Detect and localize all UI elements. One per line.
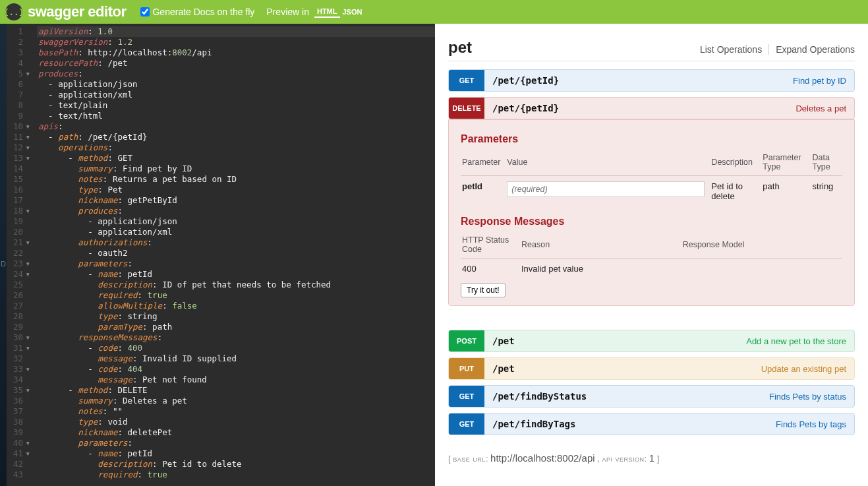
parameters-heading: Parameters bbox=[461, 133, 842, 145]
operation-path: /pet/{petId} bbox=[492, 75, 793, 86]
background-letter: D bbox=[1, 260, 6, 268]
method-badge: GET bbox=[449, 413, 484, 435]
operation-row-get[interactable]: GET/pet/findByStatusFinds Pets by status bbox=[448, 385, 855, 408]
operation-summary: Update an existing pet bbox=[761, 364, 854, 374]
operation-path: /pet/{petId} bbox=[492, 103, 796, 113]
app-title: swagger editor bbox=[28, 3, 126, 20]
operation-path: /pet bbox=[492, 363, 761, 374]
operation-summary: Deletes a pet bbox=[796, 104, 854, 113]
responses-table: HTTP Status CodeReasonResponse Model400I… bbox=[461, 233, 842, 279]
generate-docs-toggle[interactable]: Generate Docs on the fly bbox=[140, 7, 254, 17]
expand-operations-link[interactable]: Expand Operations bbox=[776, 44, 855, 55]
preview-in-label: Preview in bbox=[266, 7, 309, 17]
format-tab-html[interactable]: HTML bbox=[314, 6, 340, 18]
topbar: {..} swagger editor Generate Docs on the… bbox=[0, 0, 868, 24]
divider bbox=[768, 44, 769, 55]
operation-path: /pet bbox=[492, 336, 746, 346]
method-badge: GET bbox=[449, 386, 484, 407]
method-badge: GET bbox=[449, 70, 484, 91]
yaml-editor[interactable]: 1 2 3 4 5▾6 7 8 9 10▾11▾12▾13▾14 15 16 1… bbox=[0, 24, 435, 486]
table-row: petIdPet id to deletepathstring bbox=[461, 176, 842, 207]
format-tab-json[interactable]: JSON bbox=[340, 7, 365, 17]
try-it-button[interactable]: Try it out! bbox=[461, 283, 506, 297]
footer-meta: [ base url: http://localhost:8002/api , … bbox=[448, 452, 855, 464]
format-tabs: HTML JSON bbox=[314, 6, 365, 18]
resource-name[interactable]: pet bbox=[448, 38, 472, 57]
operation-row-post[interactable]: POST/petAdd a new pet to the store bbox=[448, 330, 855, 352]
operation-summary: Find pet by ID bbox=[793, 76, 854, 86]
method-badge: POST bbox=[449, 330, 484, 351]
generate-docs-checkbox[interactable] bbox=[140, 7, 150, 16]
swagger-logo-icon: {..} bbox=[5, 3, 22, 20]
list-operations-link[interactable]: List Operations bbox=[700, 44, 762, 55]
operation-summary: Add a new pet to the store bbox=[746, 336, 854, 346]
table-row: 400Invalid pet value bbox=[461, 258, 842, 280]
operation-row-get[interactable]: GET/pet/findByTagsFinds Pets by tags bbox=[448, 413, 855, 435]
responses-heading: Response Messages bbox=[461, 216, 842, 228]
operation-expanded-panel: ParametersParameterValueDescriptionParam… bbox=[448, 119, 855, 306]
operation-summary: Finds Pets by tags bbox=[776, 419, 854, 429]
operation-path: /pet/findByTags bbox=[492, 419, 776, 429]
preview-pane: pet List Operations Expand Operations GE… bbox=[435, 24, 868, 486]
operation-summary: Finds Pets by status bbox=[769, 392, 854, 402]
method-badge: PUT bbox=[449, 358, 484, 379]
param-value-input[interactable] bbox=[507, 181, 705, 197]
operation-row-delete[interactable]: DELETE/pet/{petId}Deletes a pet bbox=[448, 97, 855, 119]
resource-header: pet List Operations Expand Operations bbox=[448, 38, 855, 61]
parameters-table: ParameterValueDescriptionParameter TypeD… bbox=[461, 150, 842, 206]
generate-docs-label: Generate Docs on the fly bbox=[152, 7, 254, 17]
background-artifact bbox=[0, 24, 7, 486]
method-badge: DELETE bbox=[449, 98, 484, 119]
operation-path: /pet/findByStatus bbox=[492, 391, 769, 402]
operation-row-get[interactable]: GET/pet/{petId}Find pet by ID bbox=[448, 69, 855, 92]
editor-code[interactable]: apiVersion: 1.0swaggerVersion: 1.2basePa… bbox=[38, 24, 435, 486]
operation-row-put[interactable]: PUT/petUpdate an existing pet bbox=[448, 357, 855, 380]
